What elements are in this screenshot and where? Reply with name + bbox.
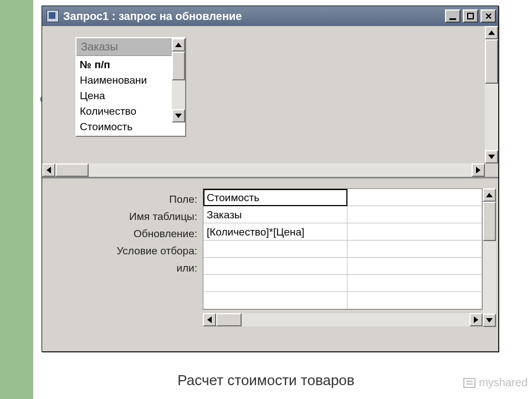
grid-row-extra bbox=[203, 292, 482, 309]
scroll-thumb[interactable] bbox=[483, 202, 496, 241]
label-field: Поле: bbox=[42, 191, 197, 208]
field-item[interactable]: Количество bbox=[80, 104, 182, 119]
grid-row-criteria bbox=[203, 241, 482, 258]
field-item[interactable]: Наименовани bbox=[80, 73, 182, 88]
watermark: myshared bbox=[463, 376, 528, 389]
cell-field[interactable]: Стоимость bbox=[203, 189, 347, 206]
label-criteria: Условие отбора: bbox=[42, 242, 197, 259]
field-list: № п/п Наименовани Цена Количество Стоимо… bbox=[76, 56, 185, 136]
cell-empty[interactable] bbox=[347, 189, 482, 206]
design-grid[interactable]: Стоимость Заказы [Количество]*[Цена] bbox=[203, 188, 483, 310]
cell-empty[interactable] bbox=[347, 241, 482, 258]
slide-caption: Расчет стоимости товаров bbox=[0, 372, 532, 389]
watermark-icon bbox=[463, 378, 475, 388]
upper-vertical-scrollbar[interactable] bbox=[485, 26, 498, 163]
field-item[interactable]: Стоимость bbox=[80, 119, 182, 135]
cell-update[interactable]: [Количество]*[Цена] bbox=[203, 223, 347, 241]
query-design-window: Запрос1 : запрос на обновление ✕ Заказы … bbox=[42, 6, 499, 352]
table-source-title: Заказы bbox=[76, 38, 185, 56]
watermark-text: myshared bbox=[479, 376, 528, 389]
titlebar[interactable]: Запрос1 : запрос на обновление ✕ bbox=[42, 6, 498, 26]
scroll-right-icon[interactable] bbox=[469, 313, 483, 326]
app-icon bbox=[47, 10, 59, 22]
grid-row-field: Стоимость bbox=[203, 189, 482, 206]
grid-row-update: [Количество]*[Цена] bbox=[203, 223, 482, 241]
field-item[interactable]: Цена bbox=[80, 88, 182, 104]
label-table: Имя таблицы: bbox=[42, 208, 197, 225]
cell-criteria[interactable] bbox=[203, 241, 347, 258]
scroll-thumb[interactable] bbox=[55, 163, 89, 177]
upper-horizontal-scrollbar[interactable] bbox=[42, 163, 485, 177]
label-or: или: bbox=[42, 259, 197, 277]
cell-empty[interactable] bbox=[347, 258, 482, 275]
scroll-corner bbox=[485, 163, 498, 177]
scroll-thumb[interactable] bbox=[172, 52, 185, 80]
field-list-scrollbar[interactable] bbox=[172, 38, 185, 122]
scroll-left-icon[interactable] bbox=[203, 313, 216, 326]
grid-row-or bbox=[203, 258, 482, 275]
cell-empty[interactable] bbox=[347, 206, 482, 223]
scroll-thumb[interactable] bbox=[485, 39, 498, 84]
scroll-up-icon[interactable] bbox=[172, 38, 185, 52]
scroll-down-icon[interactable] bbox=[172, 109, 185, 122]
slide-background-stripe bbox=[0, 0, 33, 399]
scroll-down-icon[interactable] bbox=[485, 150, 498, 163]
cell-empty[interactable] bbox=[203, 275, 347, 292]
cell-empty[interactable] bbox=[203, 292, 347, 309]
close-button[interactable]: ✕ bbox=[480, 9, 496, 23]
maximize-button[interactable] bbox=[463, 9, 478, 23]
grid-row-table: Заказы bbox=[203, 206, 482, 223]
scroll-down-icon[interactable] bbox=[483, 314, 496, 327]
grid-vertical-scrollbar[interactable] bbox=[483, 188, 496, 327]
tables-pane[interactable]: Заказы № п/п Наименовани Цена Количество… bbox=[42, 26, 498, 178]
cell-table[interactable]: Заказы bbox=[203, 206, 347, 223]
grid-row-extra bbox=[203, 275, 482, 292]
scroll-left-icon[interactable] bbox=[42, 163, 55, 177]
table-source-box[interactable]: Заказы № п/п Наименовани Цена Количество… bbox=[75, 37, 186, 137]
grid-row-labels: Поле: Имя таблицы: Обновление: Условие о… bbox=[42, 188, 203, 351]
field-item-pk[interactable]: № п/п bbox=[80, 57, 182, 73]
scroll-up-icon[interactable] bbox=[483, 188, 496, 202]
cell-or[interactable] bbox=[203, 258, 347, 275]
minimize-button[interactable] bbox=[445, 9, 461, 23]
cell-empty[interactable] bbox=[347, 275, 482, 292]
cell-empty[interactable] bbox=[347, 223, 482, 241]
scroll-right-icon[interactable] bbox=[472, 163, 485, 177]
cell-empty[interactable] bbox=[347, 292, 482, 309]
label-update: Обновление: bbox=[42, 225, 197, 242]
design-grid-wrap: Стоимость Заказы [Количество]*[Цена] bbox=[203, 188, 483, 351]
window-title: Запрос1 : запрос на обновление bbox=[63, 10, 445, 23]
grid-horizontal-scrollbar[interactable] bbox=[203, 313, 483, 326]
scroll-up-icon[interactable] bbox=[485, 26, 498, 39]
scroll-thumb[interactable] bbox=[216, 313, 242, 326]
design-grid-pane: Поле: Имя таблицы: Обновление: Условие о… bbox=[42, 178, 498, 351]
